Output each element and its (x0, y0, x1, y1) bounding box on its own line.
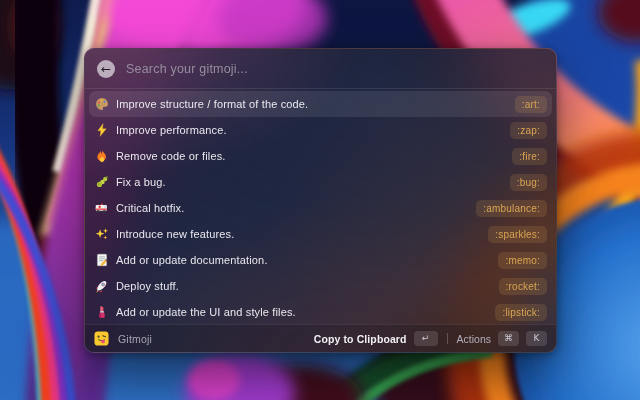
gitmoji-search-window: ← Improve structure / format of the code… (84, 48, 557, 353)
gitmoji-code-badge: :ambulance: (476, 200, 547, 217)
memo-icon (94, 253, 109, 267)
gitmoji-description: Introduce new features. (116, 228, 481, 240)
gitmoji-code-badge: :bug: (510, 174, 547, 191)
gitmoji-code-badge: :memo: (498, 252, 547, 269)
gitmoji-description: Fix a bug. (116, 176, 503, 188)
gitmoji-description: Improve structure / format of the code. (116, 98, 508, 110)
gitmoji-code-badge: :rocket: (499, 278, 547, 295)
rocket-icon (94, 279, 109, 293)
gitmoji-description: Deploy stuff. (116, 280, 492, 292)
extension-name: Gitmoji (118, 333, 152, 345)
gitmoji-logo-icon (94, 331, 109, 346)
zap-icon (94, 123, 109, 137)
footer-divider (447, 333, 448, 344)
palette-icon (94, 97, 109, 111)
gitmoji-description: Improve performance. (116, 124, 503, 136)
primary-action-label[interactable]: Copy to Clipboard (314, 333, 407, 345)
search-input[interactable] (124, 61, 544, 77)
gitmoji-list-item[interactable]: Add or update documentation.:memo: (89, 247, 552, 273)
actions-menu-label[interactable]: Actions (457, 333, 491, 345)
lipstick-icon (94, 305, 109, 319)
ambulance-icon (94, 201, 109, 215)
gitmoji-list-item[interactable]: Critical hotfix.:ambulance: (89, 195, 552, 221)
gitmoji-code-badge: :sparkles: (488, 226, 547, 243)
gitmoji-list-item[interactable]: Introduce new features.:sparkles: (89, 221, 552, 247)
back-button[interactable]: ← (97, 60, 115, 78)
back-arrow-icon: ← (101, 60, 111, 78)
gitmoji-description: Critical hotfix. (116, 202, 469, 214)
gitmoji-code-badge: :fire: (512, 148, 547, 165)
gitmoji-list-item[interactable]: Improve structure / format of the code.:… (89, 91, 552, 117)
gitmoji-list-item[interactable]: Improve performance.:zap: (89, 117, 552, 143)
gitmoji-list-item[interactable]: Remove code or files.:fire: (89, 143, 552, 169)
gitmoji-code-badge: :zap: (510, 122, 547, 139)
gitmoji-list-item[interactable]: Add or update the UI and style files.:li… (89, 299, 552, 324)
footer-bar: Gitmoji Copy to Clipboard ↵ Actions ⌘ K (85, 324, 556, 352)
gitmoji-description: Add or update the UI and style files. (116, 306, 488, 318)
sparkles-icon (94, 227, 109, 241)
search-bar: ← (85, 49, 556, 88)
enter-key-badge: ↵ (414, 331, 438, 346)
gitmoji-list: Improve structure / format of the code.:… (85, 89, 556, 324)
bug-icon (94, 175, 109, 189)
gitmoji-description: Remove code or files. (116, 150, 505, 162)
gitmoji-code-badge: :art: (515, 96, 547, 113)
gitmoji-list-item[interactable]: Fix a bug.:bug: (89, 169, 552, 195)
command-key-badge: ⌘ (498, 331, 519, 346)
fire-icon (94, 149, 109, 163)
gitmoji-code-badge: :lipstick: (495, 304, 547, 321)
k-key-badge: K (526, 331, 547, 346)
gitmoji-description: Add or update documentation. (116, 254, 491, 266)
gitmoji-list-item[interactable]: Deploy stuff.:rocket: (89, 273, 552, 299)
